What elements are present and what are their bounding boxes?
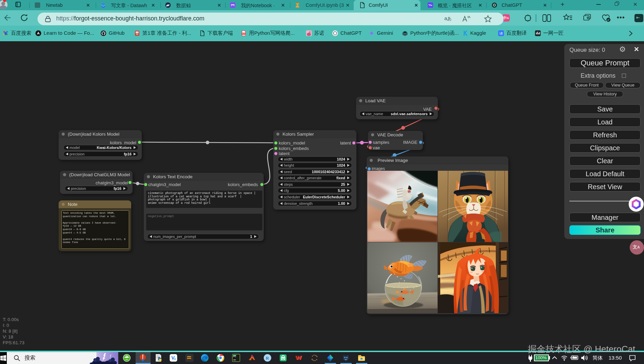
svg-text:R: R [266, 355, 269, 361]
svg-text:PC: PC [233, 355, 236, 358]
